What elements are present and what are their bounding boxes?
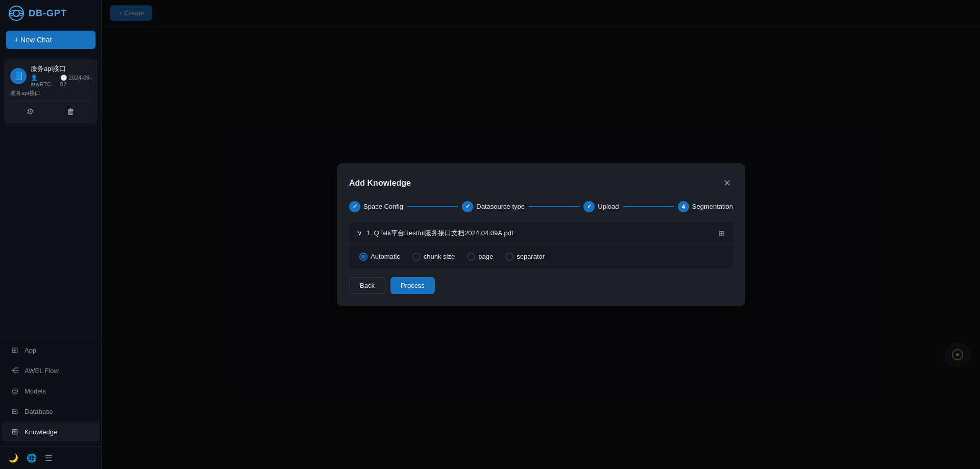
language-icon[interactable]: 🌐: [27, 453, 37, 463]
sidebar-item-awel-flow[interactable]: ⋲ AWEL Flow: [2, 361, 100, 380]
chat-user: 👤 anyRTC: [31, 75, 55, 87]
back-button[interactable]: Back: [349, 277, 385, 294]
chat-list: 📘 服务api接口 👤 anyRTC 🕐 2024-06-02 服务api接口 …: [0, 53, 102, 335]
radio-page[interactable]: page: [467, 253, 493, 261]
sidebar-nav: ⊞ App ⋲ AWEL Flow ◎ Models ⊟ Database ⊞ …: [0, 335, 102, 447]
app-icon: ⊞: [10, 345, 19, 355]
step-line-2: [529, 206, 579, 207]
step-2-indicator: ✓: [462, 201, 473, 212]
radio-page-indicator: [467, 253, 475, 261]
sidebar-item-label-models: Models: [24, 387, 46, 395]
radio-page-label: page: [478, 253, 493, 260]
app-title: DB-GPT: [29, 8, 67, 19]
step-1-label: Space Config: [363, 203, 403, 210]
step-1-indicator: ✓: [349, 201, 360, 212]
step-line-1: [407, 206, 458, 207]
radio-separator-label: separator: [517, 253, 545, 260]
dialog-header: Add Knowledge ✕: [349, 176, 733, 191]
stepper: ✓ Space Config ✓ Datasource type ✓ Uploa…: [349, 201, 733, 212]
radio-chunk-size-label: chunk size: [424, 253, 455, 260]
step-2: ✓ Datasource type: [462, 201, 525, 212]
sidebar-item-label-app: App: [24, 347, 36, 354]
radio-separator-indicator: [505, 253, 513, 261]
step-1: ✓ Space Config: [349, 201, 403, 212]
radio-separator[interactable]: separator: [505, 253, 545, 261]
sidebar-item-knowledge[interactable]: ⊞ Knowledge: [2, 422, 100, 441]
radio-automatic-indicator: [359, 253, 368, 261]
chat-title: 服务api接口: [31, 64, 91, 73]
awel-flow-icon: ⋲: [10, 366, 19, 375]
radio-automatic-label: Automatic: [371, 253, 400, 260]
dark-mode-icon[interactable]: 🌙: [8, 453, 18, 463]
sidebar: DB-GPT + New Chat 📘 服务api接口 👤 anyRTC 🕐 2…: [0, 0, 102, 469]
chat-settings-button[interactable]: ⚙: [20, 105, 40, 118]
file-section: ∨ 1. QTalk平台Restful服务接口文档2024.04.09A.pdf…: [349, 223, 733, 269]
step-2-label: Datasource type: [476, 203, 525, 210]
sidebar-item-label-database: Database: [24, 408, 53, 415]
step-3: ✓ Upload: [583, 201, 619, 212]
chat-date: 🕐 2024-06-02: [60, 75, 91, 87]
chat-avatar: 📘: [10, 68, 27, 84]
menu-icon[interactable]: ☰: [45, 453, 52, 463]
sidebar-item-label-awel: AWEL Flow: [24, 367, 59, 375]
add-knowledge-dialog: Add Knowledge ✕ ✓ Space Config ✓ Datasou…: [337, 163, 745, 306]
knowledge-icon: ⊞: [10, 427, 19, 436]
dialog-overlay: Add Knowledge ✕ ✓ Space Config ✓ Datasou…: [102, 0, 980, 469]
segmentation-options: Automatic chunk size page separator: [349, 244, 733, 269]
step-4-label: Segmentation: [692, 203, 733, 210]
logo-icon: [8, 5, 24, 21]
sidebar-footer: 🌙 🌐 ☰: [0, 447, 102, 469]
chat-preview: 服务api接口: [10, 89, 91, 97]
step-4-indicator: 4: [678, 201, 689, 212]
new-chat-button[interactable]: + New Chat: [6, 31, 95, 49]
chevron-down-icon: ∨: [357, 229, 362, 237]
svg-point-1: [13, 10, 19, 16]
radio-chunk-size[interactable]: chunk size: [412, 253, 455, 261]
sidebar-item-models[interactable]: ◎ Models: [2, 381, 100, 401]
file-action-button[interactable]: ⊞: [719, 229, 725, 237]
chat-delete-button[interactable]: 🗑: [61, 105, 81, 118]
step-line-3: [623, 206, 674, 207]
step-3-label: Upload: [598, 203, 619, 210]
chat-item[interactable]: 📘 服务api接口 👤 anyRTC 🕐 2024-06-02 服务api接口 …: [4, 59, 97, 124]
main-content: + Create Add Knowledge ✕ ✓ Space Config …: [102, 0, 980, 469]
file-header[interactable]: ∨ 1. QTalk平台Restful服务接口文档2024.04.09A.pdf…: [349, 223, 733, 244]
step-4: 4 Segmentation: [678, 201, 733, 212]
dialog-title: Add Knowledge: [349, 179, 411, 188]
radio-automatic[interactable]: Automatic: [359, 253, 400, 261]
database-icon: ⊟: [10, 407, 19, 416]
file-name: 1. QTalk平台Restful服务接口文档2024.04.09A.pdf: [366, 229, 513, 238]
logo-area: DB-GPT: [0, 0, 102, 27]
dialog-actions: Back Process: [349, 277, 733, 294]
step-3-indicator: ✓: [583, 201, 595, 212]
models-icon: ◎: [10, 386, 19, 396]
radio-chunk-size-indicator: [412, 253, 421, 261]
process-button[interactable]: Process: [390, 277, 435, 294]
sidebar-item-app[interactable]: ⊞ App: [2, 340, 100, 360]
sidebar-item-label-knowledge: Knowledge: [24, 428, 57, 436]
sidebar-item-database[interactable]: ⊟ Database: [2, 402, 100, 421]
dialog-close-button[interactable]: ✕: [721, 176, 733, 191]
